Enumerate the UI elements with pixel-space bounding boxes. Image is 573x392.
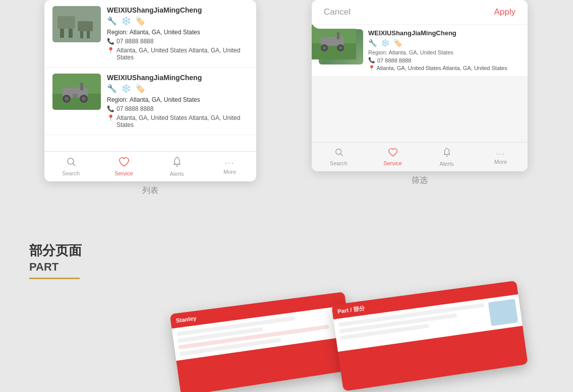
right-nav-alerts[interactable]: Alerts bbox=[420, 147, 474, 167]
tilted-left-header: Stanley bbox=[176, 315, 197, 323]
svg-point-26 bbox=[339, 46, 342, 50]
category-icon-1: ❄️ bbox=[121, 16, 131, 26]
list-item-2: WEIXIUShangJiaMingCheng 🔧 ❄️ 🏷️ Region: … bbox=[44, 68, 256, 135]
bg-address: 📍 Atlanta, GA, United States Atlanta, GA… bbox=[368, 65, 521, 72]
svg-rect-6 bbox=[87, 31, 90, 38]
bg-item-image bbox=[319, 29, 363, 64]
right-alerts-icon bbox=[443, 147, 451, 160]
alerts-nav-icon bbox=[173, 156, 182, 170]
phone-right: WEIXIUShangJiaMingCheng 🔧 ❄️ 🏷️ Region: … bbox=[312, 0, 528, 171]
tag-icon-2: 🏷️ bbox=[135, 84, 145, 93]
list-label: 列表 bbox=[44, 185, 256, 196]
region-label-1: Region: bbox=[107, 29, 128, 36]
nav-service[interactable]: Service bbox=[97, 157, 150, 176]
svg-point-24 bbox=[323, 46, 326, 50]
cancel-button[interactable]: Cancel bbox=[324, 7, 351, 17]
service-icon-1: 🔧 bbox=[107, 16, 117, 26]
phone-left: WEIXIUShangJiaMingCheng 🔧 ❄️ 🏷️ Region: … bbox=[44, 0, 256, 181]
search-nav-icon bbox=[66, 157, 76, 169]
right-service-label: Service bbox=[383, 160, 402, 166]
item-title-1: WEIXIUShangJiaMingCheng bbox=[107, 6, 248, 14]
service-nav-icon bbox=[119, 157, 130, 169]
item-region-2: Region: Atlanta, GA, United States bbox=[107, 96, 248, 103]
region-label-2: Region: bbox=[107, 96, 128, 103]
phone-icon-2: 📞 bbox=[107, 105, 114, 112]
more-nav-label: More bbox=[223, 169, 236, 175]
item-image-2 bbox=[52, 74, 101, 110]
bg-phone-icon: 📞 bbox=[368, 57, 375, 63]
service-nav-label: Service bbox=[114, 170, 133, 176]
svg-line-28 bbox=[340, 154, 342, 156]
nav-alerts[interactable]: Alerts bbox=[150, 156, 203, 177]
address-value-1: Atlanta, GA, United States Atlanta, GA, … bbox=[117, 47, 248, 61]
right-more-label: More bbox=[494, 159, 507, 165]
region-value-1: Atlanta, GA, United States bbox=[130, 29, 200, 36]
phone-number-2: 07 8888 8888 bbox=[117, 105, 153, 112]
item-phone-2: 📞 07 8888 8888 bbox=[107, 105, 248, 112]
bottom-nav-right: Search Service Alerts bbox=[312, 142, 528, 171]
right-nav-more[interactable]: ··· More bbox=[474, 150, 528, 165]
address-icon-1: 📍 bbox=[107, 47, 114, 54]
bg-phone: 📞 07 8888 8888 bbox=[368, 57, 521, 63]
bg-icons: 🔧 ❄️ 🏷️ bbox=[368, 39, 521, 47]
right-nav-service[interactable]: Service bbox=[366, 148, 420, 166]
svg-rect-10 bbox=[80, 83, 83, 90]
modal-actions: Cancel Apply bbox=[312, 0, 528, 25]
svg-point-13 bbox=[65, 97, 69, 101]
page-wrapper: WEIXIUShangJiaMingCheng 🔧 ❄️ 🏷️ Region: … bbox=[0, 0, 573, 392]
nav-more[interactable]: ··· More bbox=[203, 159, 256, 175]
item-info-2: WEIXIUShangJiaMingCheng 🔧 ❄️ 🏷️ Region: … bbox=[101, 74, 248, 128]
svg-rect-2 bbox=[78, 21, 93, 31]
item-title-2: WEIXIUShangJiaMingCheng bbox=[107, 74, 248, 82]
list-content: WEIXIUShangJiaMingCheng 🔧 ❄️ 🏷️ Region: … bbox=[44, 0, 256, 135]
furniture-image bbox=[52, 6, 101, 42]
right-nav-search[interactable]: Search bbox=[312, 148, 366, 166]
svg-rect-4 bbox=[69, 29, 73, 38]
item-icons-1: 🔧 ❄️ 🏷️ bbox=[107, 16, 248, 26]
address-value-2: Atlanta, GA, United States Atlanta, GA, … bbox=[117, 114, 248, 128]
tilted-phone-right: Part / 部分 bbox=[331, 281, 528, 391]
bottom-section: 部分页面 PART bbox=[29, 242, 573, 279]
bg-lawnmower bbox=[319, 29, 363, 64]
address-icon-2: 📍 bbox=[107, 114, 114, 121]
region-value-2: Atlanta, GA, United States bbox=[130, 96, 200, 103]
item-icons-2: 🔧 ❄️ 🏷️ bbox=[107, 84, 248, 93]
section-title-en: PART bbox=[29, 260, 573, 274]
tilted-right-header: Part / 部分 bbox=[337, 304, 365, 315]
right-alerts-label: Alerts bbox=[439, 161, 453, 167]
bg-item-info: WEIXIUShangJiaMingCheng 🔧 ❄️ 🏷️ Region: … bbox=[363, 29, 521, 72]
bg-region: Region: Atlanta, GA, United States bbox=[368, 49, 521, 55]
item-phone-1: 📞 07 8888 8888 bbox=[107, 38, 248, 45]
more-nav-icon: ··· bbox=[225, 159, 235, 168]
item-region-1: Region: Atlanta, GA, United States bbox=[107, 29, 248, 36]
section-title-cn: 部分页面 bbox=[29, 242, 573, 259]
right-more-icon: ··· bbox=[496, 150, 505, 158]
svg-rect-3 bbox=[60, 29, 64, 38]
svg-rect-5 bbox=[80, 31, 83, 38]
service-icon-2: 🔧 bbox=[107, 84, 117, 93]
phone-number-1: 07 8888 8888 bbox=[117, 38, 153, 45]
bg-list-item: WEIXIUShangJiaMingCheng 🔧 ❄️ 🏷️ Region: … bbox=[312, 24, 528, 77]
svg-line-17 bbox=[73, 164, 75, 166]
apply-button[interactable]: Apply bbox=[494, 7, 515, 17]
tilted-phones: Stanley Part / 部分 bbox=[151, 287, 573, 392]
section-divider bbox=[29, 278, 80, 279]
bottom-nav-left: Search Service Alerts bbox=[44, 151, 256, 181]
right-search-icon bbox=[334, 148, 343, 159]
list-item: WEIXIUShangJiaMingCheng 🔧 ❄️ 🏷️ Region: … bbox=[44, 0, 256, 68]
bg-phone-number: 07 8888 8888 bbox=[377, 57, 411, 63]
right-search-label: Search bbox=[330, 160, 348, 166]
bg-service-icon: 🔧 bbox=[368, 39, 377, 47]
category-icon-2: ❄️ bbox=[121, 84, 131, 93]
tag-icon-1: 🏷️ bbox=[135, 16, 145, 26]
phone-icon-1: 📞 bbox=[107, 38, 114, 45]
svg-rect-11 bbox=[73, 94, 78, 98]
filter-label: 筛选 bbox=[312, 175, 528, 186]
alerts-nav-label: Alerts bbox=[169, 171, 184, 177]
bg-item-title: WEIXIUShangJiaMingCheng bbox=[368, 29, 521, 37]
nav-search[interactable]: Search bbox=[44, 157, 97, 176]
lawnmower-image bbox=[52, 74, 101, 110]
bg-address-value: Atlanta, GA, United States Atlanta, GA, … bbox=[376, 65, 507, 71]
bg-category-icon: ❄️ bbox=[381, 39, 389, 47]
right-service-icon bbox=[388, 148, 398, 159]
